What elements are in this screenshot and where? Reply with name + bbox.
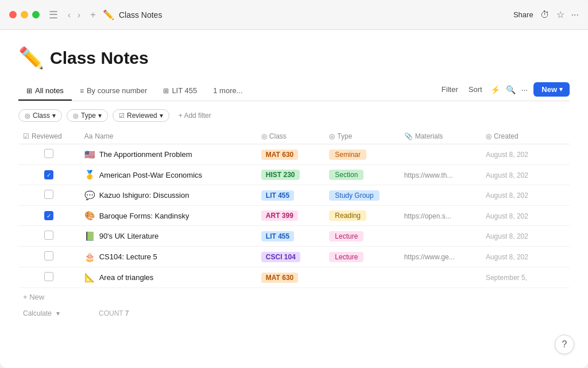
filter-class[interactable]: ◎ Class ▾: [18, 109, 62, 122]
class-badge: ART 399: [261, 210, 298, 221]
class-badge: LIT 455: [261, 190, 294, 201]
materials-link[interactable]: https://open.s...: [404, 212, 451, 220]
more-options-icon[interactable]: ···: [571, 10, 579, 20]
review-checkbox[interactable]: [44, 251, 53, 260]
toolbar-more-icon[interactable]: ···: [521, 85, 528, 94]
nav-next-button[interactable]: ›: [75, 9, 83, 21]
minimize-button[interactable]: [21, 11, 28, 18]
col-header-name[interactable]: Aa Name: [80, 129, 257, 144]
tab-by-course[interactable]: ≡ By course number: [72, 82, 156, 101]
page-header-icon: ✏️: [18, 46, 44, 70]
col-reviewed-icon: ☑: [23, 132, 29, 140]
filter-reviewed[interactable]: ☑ Reviewed ▾: [113, 109, 169, 122]
col-header-reviewed[interactable]: ☑ Reviewed: [18, 129, 80, 144]
search-icon[interactable]: 🔍: [506, 85, 516, 94]
nav-buttons: ‹ ›: [65, 9, 83, 21]
class-badge: MAT 630: [261, 150, 298, 160]
filter-reviewed-label: Reviewed: [127, 112, 157, 120]
page-header: ✏️ Class Notes: [18, 46, 570, 70]
table-row[interactable]: 🎂CS104: Lecture 5CSCI 104Lecturehttps://…: [18, 247, 570, 267]
row-name[interactable]: The Apportionment Problem: [99, 150, 192, 159]
table-row[interactable]: 🇺🇸The Apportionment ProblemMAT 630Semina…: [18, 144, 570, 165]
new-button-chevron: ▾: [559, 86, 563, 93]
col-header-type[interactable]: ◎ Type: [324, 129, 399, 144]
review-checkbox[interactable]: ✓: [44, 211, 53, 220]
filter-type[interactable]: ◎ Type ▾: [67, 109, 108, 122]
materials-link[interactable]: https://www.ge...: [404, 253, 455, 261]
filter-type-label: Type: [81, 112, 96, 120]
add-page-button[interactable]: +: [90, 9, 96, 21]
main-content: ✏️ Class Notes ⊞ All notes ≡ By course n…: [0, 30, 588, 368]
close-button[interactable]: [9, 11, 17, 18]
filter-type-chevron: ▾: [98, 112, 102, 120]
nav-prev-button[interactable]: ‹: [65, 9, 74, 21]
col-header-class[interactable]: ◎ Class: [257, 129, 325, 144]
tab-all-notes-label: All notes: [35, 86, 64, 95]
type-badge: Reading: [329, 210, 366, 221]
share-button[interactable]: Share: [513, 10, 533, 19]
tab-by-course-label: By course number: [87, 86, 148, 95]
row-icon: 🎂: [84, 252, 95, 262]
created-date: August 8, 202: [486, 212, 528, 220]
col-type-icon: ◎: [329, 132, 335, 140]
review-checkbox[interactable]: [44, 231, 53, 240]
class-badge: MAT 630: [261, 273, 298, 283]
tabs-bar: ⊞ All notes ≡ By course number ⊞ LIT 455…: [18, 82, 570, 101]
sort-button[interactable]: Sort: [466, 84, 485, 95]
traffic-lights: [9, 11, 40, 18]
new-button[interactable]: New ▾: [533, 82, 570, 97]
type-badge: Seminar: [329, 150, 366, 160]
filter-class-label: Class: [33, 112, 50, 120]
row-name[interactable]: Area of triangles: [99, 273, 154, 282]
col-header-created[interactable]: ◎ Created: [481, 129, 570, 144]
calculate-row: Calculate ▾ COUNT 7: [18, 306, 570, 321]
help-button[interactable]: ?: [555, 335, 574, 354]
table-row[interactable]: 💬Kazuo Ishiguro: DiscussionLIT 455Study …: [18, 185, 570, 206]
add-filter-button[interactable]: + Add filter: [174, 110, 216, 121]
created-date: August 8, 202: [486, 191, 528, 200]
count-value: 7: [125, 309, 129, 317]
data-table: ☑ Reviewed Aa Name ◎ Class: [18, 129, 570, 321]
filter-reviewed-chevron: ▾: [160, 112, 163, 120]
menu-icon[interactable]: ☰: [49, 9, 58, 21]
row-icon: 📐: [84, 273, 95, 283]
review-checkbox[interactable]: [44, 190, 53, 199]
type-badge: Section: [329, 170, 363, 180]
table-row[interactable]: 📐Area of trianglesMAT 630September 5,: [18, 267, 570, 288]
count-label: COUNT 7: [99, 309, 129, 317]
row-name[interactable]: American Post-War Economics: [99, 171, 202, 179]
type-badge: Lecture: [329, 252, 363, 262]
tab-more[interactable]: 1 more...: [205, 82, 250, 101]
row-icon: 🎨: [84, 210, 95, 221]
lightning-icon[interactable]: ⚡: [490, 85, 500, 94]
history-icon[interactable]: ⏱: [540, 10, 550, 20]
row-name[interactable]: CS104: Lecture 5: [99, 252, 157, 261]
review-checkbox[interactable]: [44, 272, 53, 281]
created-date: August 8, 202: [486, 151, 528, 159]
tab-all-notes-icon: ⊞: [26, 87, 32, 95]
filter-type-icon: ◎: [73, 112, 79, 120]
review-checkbox[interactable]: [44, 149, 53, 158]
table-row[interactable]: 📗90's UK LiteratureLIT 455LectureAugust …: [18, 226, 570, 247]
table-row[interactable]: ✓🎨Baroque Forms: KandinskyART 399Reading…: [18, 206, 570, 226]
tab-lit455[interactable]: ⊞ LIT 455: [155, 82, 205, 101]
created-date: August 8, 202: [486, 253, 528, 261]
tab-all-notes[interactable]: ⊞ All notes: [18, 82, 72, 101]
row-name[interactable]: Kazuo Ishiguro: Discussion: [99, 191, 189, 200]
row-name[interactable]: 90's UK Literature: [99, 232, 159, 240]
maximize-button[interactable]: [32, 11, 40, 18]
tab-more-label: 1 more...: [213, 86, 242, 95]
table-row[interactable]: ✓🥇American Post-War EconomicsHIST 230Sec…: [18, 165, 570, 185]
favorite-icon[interactable]: ☆: [556, 9, 564, 20]
calculate-button[interactable]: Calculate: [23, 309, 52, 317]
class-badge: LIT 455: [261, 231, 294, 241]
review-checkbox[interactable]: ✓: [44, 170, 53, 179]
page-icon: ✏️: [103, 9, 114, 20]
calculate-chevron[interactable]: ▾: [56, 309, 60, 317]
filter-button[interactable]: Filter: [439, 84, 461, 95]
row-name[interactable]: Baroque Forms: Kandinsky: [99, 212, 189, 220]
add-new-button[interactable]: + New: [23, 293, 44, 301]
materials-link[interactable]: https://www.th...: [404, 171, 453, 179]
row-icon: 📗: [84, 231, 95, 241]
col-header-materials[interactable]: 📎 Materials: [400, 129, 481, 144]
